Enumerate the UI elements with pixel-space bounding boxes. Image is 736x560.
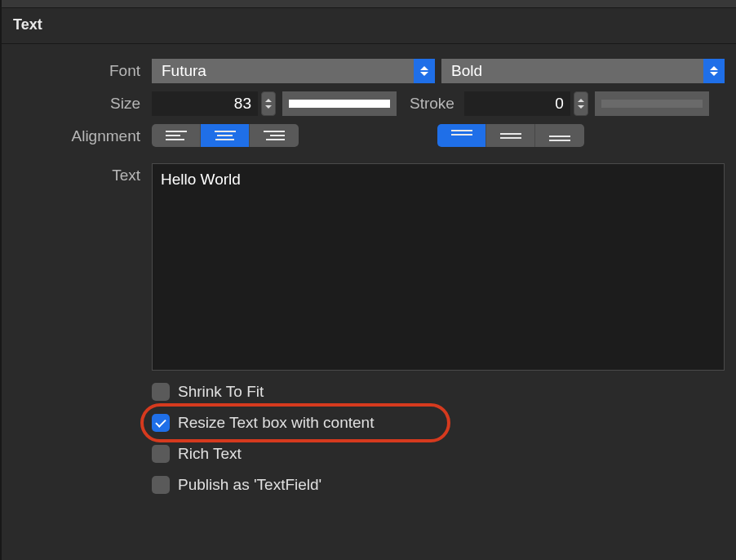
size-label: Size <box>13 91 152 116</box>
valign-bottom-icon <box>549 130 570 141</box>
align-center-button[interactable] <box>201 124 250 147</box>
rich-text-label: Rich Text <box>178 445 242 463</box>
text-inspector-panel: Text Font Futura Bold Size <box>0 0 736 560</box>
horizontal-alignment-segmented <box>152 124 299 147</box>
updown-chevrons-icon <box>703 59 725 83</box>
valign-middle-icon <box>500 130 521 141</box>
rich-text-checkbox[interactable] <box>152 445 170 463</box>
shrink-to-fit-label: Shrink To Fit <box>178 383 264 401</box>
font-weight-value: Bold <box>441 59 703 83</box>
font-label: Font <box>13 59 152 83</box>
align-left-icon <box>166 131 187 140</box>
align-left-button[interactable] <box>152 124 201 147</box>
valign-top-icon <box>451 130 472 141</box>
align-right-button[interactable] <box>250 124 299 147</box>
font-weight-dropdown[interactable]: Bold <box>441 59 725 83</box>
valign-top-button[interactable] <box>437 124 486 147</box>
valign-bottom-button[interactable] <box>535 124 584 147</box>
stroke-stepper[interactable] <box>574 91 588 116</box>
publish-textfield-checkbox[interactable] <box>152 476 170 494</box>
fill-color-swatch <box>289 100 390 108</box>
section-title: Text <box>13 16 725 33</box>
text-label: Text <box>13 163 152 188</box>
font-family-value: Futura <box>152 59 414 83</box>
publish-textfield-label: Publish as 'TextField' <box>178 476 321 494</box>
vertical-alignment-segmented <box>437 124 584 147</box>
font-family-dropdown[interactable]: Futura <box>152 59 435 83</box>
stroke-color-well[interactable] <box>595 91 709 116</box>
resize-textbox-label: Resize Text box with content <box>178 414 374 432</box>
valign-middle-button[interactable] <box>486 124 535 147</box>
size-stepper[interactable] <box>261 91 276 116</box>
updown-chevrons-icon <box>414 59 435 83</box>
align-right-icon <box>264 131 285 140</box>
stroke-color-swatch <box>601 100 703 108</box>
fill-color-well[interactable] <box>282 91 397 116</box>
text-content-input[interactable] <box>152 163 725 371</box>
panel-top-divider <box>2 0 736 8</box>
alignment-label: Alignment <box>13 124 152 149</box>
checkmark-icon <box>155 416 166 427</box>
stroke-input[interactable] <box>464 91 570 116</box>
resize-textbox-checkbox[interactable] <box>152 414 170 432</box>
stroke-label: Stroke <box>403 95 458 113</box>
size-input[interactable] <box>152 91 258 116</box>
shrink-to-fit-checkbox[interactable] <box>152 383 170 401</box>
section-header: Text <box>2 8 736 44</box>
align-center-icon <box>215 131 236 140</box>
